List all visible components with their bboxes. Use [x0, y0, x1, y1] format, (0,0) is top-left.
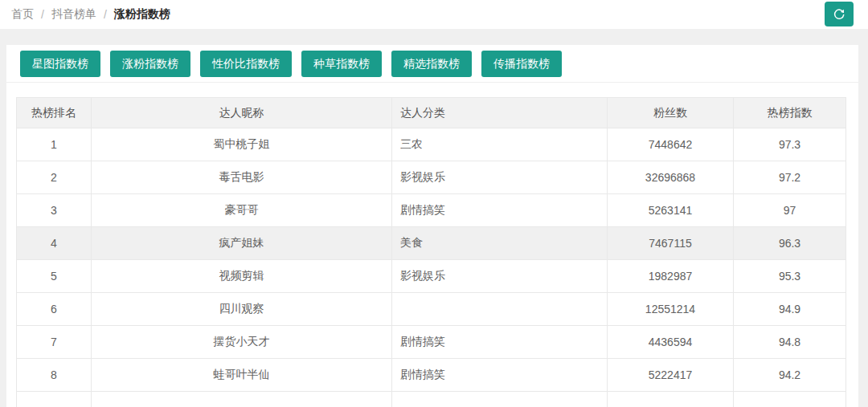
cell-nickname: 蛙哥叶半仙	[92, 359, 392, 392]
cell-rank: 2	[17, 161, 92, 194]
cell-fans: 7448642	[608, 128, 734, 161]
table-body: 1蜀中桃子姐三农744864297.32毒舌电影影视娱乐3269686897.2…	[17, 128, 846, 407]
breadcrumb-separator: /	[104, 8, 107, 21]
cell-index: 94.2	[734, 359, 846, 392]
cell-empty	[608, 392, 734, 407]
cell-rank: 4	[17, 227, 92, 260]
tab-button[interactable]: 传播指数榜	[481, 51, 562, 77]
cell-fans: 5222417	[608, 359, 734, 392]
tab-bar: 星图指数榜涨粉指数榜性价比指数榜种草指数榜精选指数榜传播指数榜	[6, 45, 858, 83]
cell-fans: 32696868	[608, 161, 734, 194]
cell-index: 96.3	[734, 227, 846, 260]
ranking-table: 热榜排名达人昵称达人分类粉丝数热榜指数 1蜀中桃子姐三农744864297.32…	[16, 97, 846, 407]
cell-category: 剧情搞笑	[392, 359, 608, 392]
refresh-icon	[833, 8, 845, 21]
table-row[interactable]: 7摆货小天才剧情搞笑443659494.8	[17, 326, 846, 359]
breadcrumb-item: 涨粉指数榜	[114, 7, 170, 22]
column-header: 热榜指数	[734, 98, 846, 128]
cell-nickname: 视频剪辑	[92, 260, 392, 293]
cell-fans: 4436594	[608, 326, 734, 359]
cell-nickname: 蜀中桃子姐	[92, 128, 392, 161]
cell-nickname: 摆货小天才	[92, 326, 392, 359]
cell-nickname: 四川观察	[92, 293, 392, 326]
cell-empty	[92, 392, 392, 407]
table-row[interactable]: 8蛙哥叶半仙剧情搞笑522241794.2	[17, 359, 846, 392]
tab-button[interactable]: 涨粉指数榜	[110, 51, 190, 77]
tab-button[interactable]: 种草指数榜	[301, 51, 382, 77]
column-header: 粉丝数	[608, 98, 734, 128]
cell-rank: 7	[17, 326, 92, 359]
cell-category	[392, 293, 608, 326]
cell-rank: 6	[17, 293, 92, 326]
tab-button[interactable]: 精选指数榜	[391, 51, 472, 77]
tab-button[interactable]: 星图指数榜	[20, 51, 100, 77]
cell-index: 95.3	[734, 260, 846, 293]
cell-category: 三农	[392, 128, 608, 161]
cell-fans: 1982987	[608, 260, 734, 293]
cell-category: 美食	[392, 227, 608, 260]
table-row[interactable]: 4疯产姐妹美食746711596.3	[17, 227, 846, 260]
tab-button[interactable]: 性价比指数榜	[200, 51, 292, 77]
refresh-button[interactable]	[825, 2, 854, 26]
cell-rank: 1	[17, 128, 92, 161]
cell-category: 影视娱乐	[392, 161, 608, 194]
table-header-row: 热榜排名达人昵称达人分类粉丝数热榜指数	[17, 98, 846, 128]
cell-index: 94.8	[734, 326, 846, 359]
table-row[interactable]: 2毒舌电影影视娱乐3269686897.2	[17, 161, 846, 194]
cell-category: 影视娱乐	[392, 260, 608, 293]
cell-fans: 7467115	[608, 227, 734, 260]
breadcrumb-item[interactable]: 抖音榜单	[51, 7, 96, 22]
cell-index: 97.2	[734, 161, 846, 194]
table-wrapper: 热榜排名达人昵称达人分类粉丝数热榜指数 1蜀中桃子姐三农744864297.32…	[16, 97, 845, 407]
topbar: 首页/抖音榜单/涨粉指数榜	[0, 0, 868, 29]
content-card: 星图指数榜涨粉指数榜性价比指数榜种草指数榜精选指数榜传播指数榜 热榜排名达人昵称…	[6, 45, 858, 407]
cell-index: 97.3	[734, 128, 846, 161]
cell-rank: 3	[17, 194, 92, 227]
cell-empty	[392, 392, 608, 407]
cell-nickname: 豪哥哥	[92, 194, 392, 227]
cell-rank: 8	[17, 359, 92, 392]
cell-nickname: 毒舌电影	[92, 161, 392, 194]
table-row[interactable]: 5视频剪辑影视娱乐198298795.3	[17, 260, 846, 293]
cell-nickname: 疯产姐妹	[92, 227, 392, 260]
breadcrumb-separator: /	[41, 8, 44, 21]
cell-index: 94.9	[734, 293, 846, 326]
breadcrumb-item[interactable]: 首页	[11, 7, 34, 22]
column-header: 热榜排名	[17, 98, 92, 128]
cell-fans: 5263141	[608, 194, 734, 227]
cell-category: 剧情搞笑	[392, 194, 608, 227]
cell-rank: 5	[17, 260, 92, 293]
table-row-partial	[17, 392, 846, 407]
table-row[interactable]: 1蜀中桃子姐三农744864297.3	[17, 128, 846, 161]
cell-index: 97	[734, 194, 846, 227]
column-header: 达人昵称	[92, 98, 392, 128]
cell-empty	[17, 392, 92, 407]
table-row[interactable]: 3豪哥哥剧情搞笑526314197	[17, 194, 846, 227]
column-header: 达人分类	[392, 98, 608, 128]
cell-empty	[734, 392, 846, 407]
cell-fans: 12551214	[608, 293, 734, 326]
table-row[interactable]: 6四川观察1255121494.9	[17, 293, 846, 326]
cell-category: 剧情搞笑	[392, 326, 608, 359]
breadcrumb: 首页/抖音榜单/涨粉指数榜	[11, 7, 170, 22]
